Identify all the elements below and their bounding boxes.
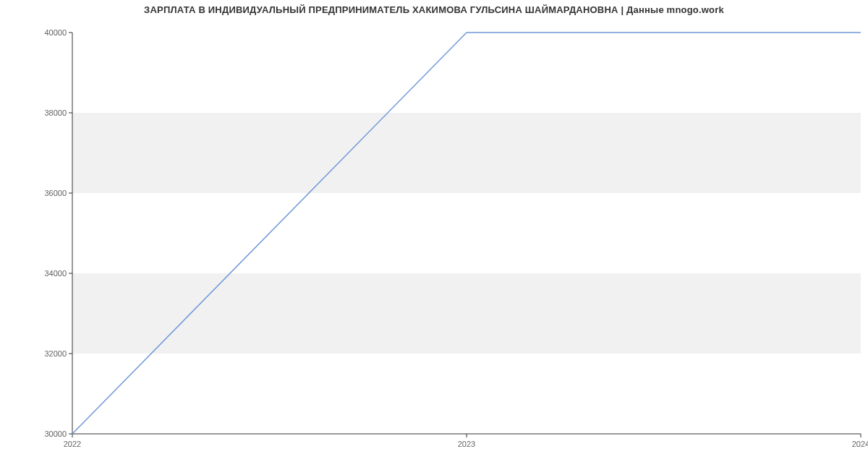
y-tick-label: 40000: [44, 28, 67, 37]
y-tick-label: 30000: [44, 430, 67, 438]
y-tick-label: 36000: [44, 189, 67, 197]
chart-title: ЗАРПЛАТА В ИНДИВИДУАЛЬНЫЙ ПРЕДПРИНИМАТЕЛ…: [0, 4, 868, 15]
chart-container: ЗАРПЛАТА В ИНДИВИДУАЛЬНЫЙ ПРЕДПРИНИМАТЕЛ…: [0, 0, 868, 470]
chart-band: [72, 113, 861, 193]
chart-svg: 3000032000340003600038000400002022202320…: [0, 0, 868, 470]
y-tick-label: 32000: [44, 349, 67, 358]
x-tick-label: 2022: [64, 440, 81, 448]
x-tick-label: 2024: [852, 440, 868, 448]
data-line: [72, 33, 861, 434]
y-tick-label: 38000: [44, 108, 67, 117]
y-tick-label: 34000: [44, 269, 67, 278]
x-tick-label: 2023: [458, 440, 475, 448]
